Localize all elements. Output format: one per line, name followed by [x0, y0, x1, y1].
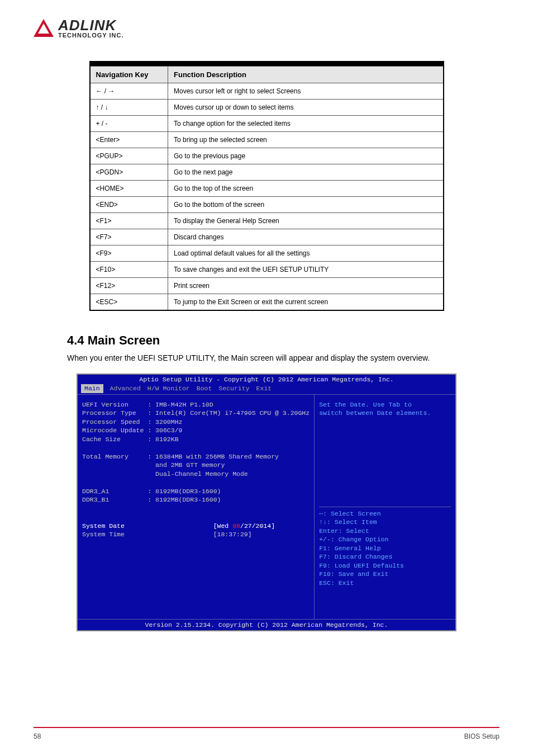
- footer-rule: [34, 727, 499, 728]
- bios-tab-security: Security: [218, 384, 249, 393]
- table-row: <ESC>To jump to the Exit Screen or exit …: [90, 294, 444, 310]
- bios-tab-advanced: Advanced: [110, 384, 141, 393]
- bios-system-date-label: System Date: [82, 522, 125, 530]
- section-paragraph: When you enter the UEFI SETUP UTILITY, t…: [67, 353, 499, 362]
- logo-icon: [34, 19, 54, 37]
- bios-system-time-label: System Time: [82, 531, 125, 538]
- table-row: <F7>Discard changes: [90, 229, 444, 245]
- table-row: <F12>Print screen: [90, 277, 444, 294]
- bios-title: Aptio Setup Utility - Copyright (C) 2012…: [78, 375, 455, 385]
- table-row: + / -To change option for the selected i…: [90, 115, 444, 131]
- bios-tabs: Main Advanced H/W Monitor Boot Security …: [78, 384, 455, 394]
- section-heading-main-screen: 4.4 Main Screen: [67, 333, 499, 348]
- table-row: <Enter>To bring up the selected screen: [90, 131, 444, 148]
- page-number: 58: [34, 733, 41, 740]
- bios-left-panel: UEFI Version : IMB-M42H P1.10D Processor…: [78, 395, 315, 619]
- logo-area: ADLINK TECHNOLOGY INC.: [34, 17, 499, 39]
- table-header-desc: Function Description: [168, 66, 444, 83]
- bios-body: UEFI Version : IMB-M42H P1.10D Processor…: [78, 394, 455, 619]
- bios-footer: Version 2.15.1234. Copyright (C) 2012 Am…: [78, 619, 455, 631]
- bios-tab-exit: Exit: [256, 384, 272, 393]
- table-header-key: Navigation Key: [90, 66, 168, 83]
- table-row: <PGUP>Go to the previous page: [90, 148, 444, 164]
- table-row: <F10>To save changes and exit the UEFI S…: [90, 261, 444, 277]
- logo-text: ADLINK TECHNOLOGY INC.: [58, 17, 123, 39]
- bios-screen: Aptio Setup Utility - Copyright (C) 2012…: [78, 375, 455, 631]
- page: ADLINK TECHNOLOGY INC. Navigation Key Fu…: [0, 0, 533, 756]
- bios-date-selected: 08: [232, 522, 240, 530]
- bios-system-time-value: [18:37:29]: [213, 531, 252, 538]
- table-row: ↑ / ↓Moves cursor up or down to select i…: [90, 99, 444, 115]
- table-row: <PGDN>Go to the next page: [90, 164, 444, 180]
- table-row: <F1>To display the General Help Screen: [90, 212, 444, 229]
- page-footer-title: BIOS Setup: [464, 733, 499, 740]
- bios-tab-hwmonitor: H/W Monitor: [147, 384, 190, 393]
- bios-screenshot: Aptio Setup Utility - Copyright (C) 2012…: [77, 374, 456, 632]
- logo-sub: TECHNOLOGY INC.: [58, 32, 123, 39]
- navigation-key-table: Navigation Key Function Description ← / …: [89, 61, 444, 311]
- bios-tab-boot: Boot: [197, 384, 212, 393]
- table-row: <HOME>Go to the top of the screen: [90, 180, 444, 196]
- bios-tab-main: Main: [81, 384, 103, 393]
- bios-right-panel: Set the Date. Use Tab to switch between …: [315, 395, 455, 619]
- table-row: <END>Go to the bottom of the screen: [90, 196, 444, 212]
- table-row: ← / →Moves cursor left or right to selec…: [90, 83, 444, 99]
- table-row: <F9>Load optimal default values for all …: [90, 245, 444, 261]
